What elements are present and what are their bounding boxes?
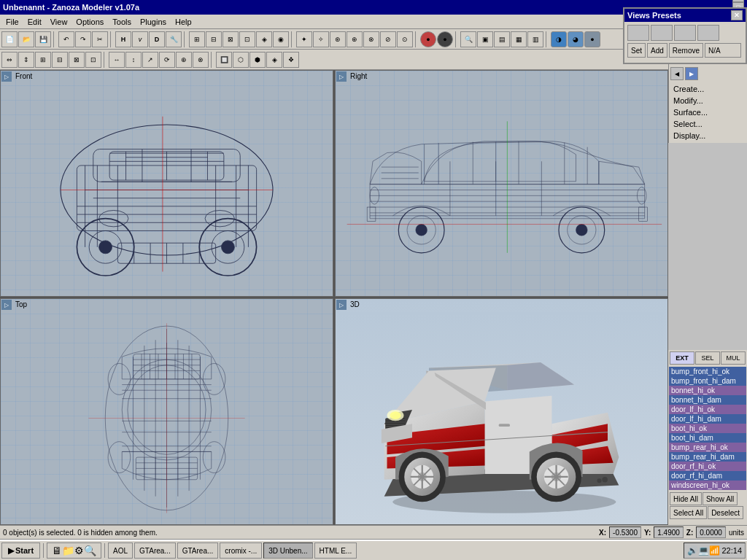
tb2-8[interactable]: ↕ bbox=[125, 52, 142, 68]
tb-save[interactable]: 💾 bbox=[35, 31, 51, 47]
tb-view4[interactable]: ▥ bbox=[527, 31, 543, 47]
preset-slot-1[interactable] bbox=[627, 25, 649, 41]
list-item[interactable]: door_rf_hi_dam bbox=[669, 471, 746, 481]
tb2-10[interactable]: ⟳ bbox=[159, 52, 175, 68]
tb-h[interactable]: H bbox=[115, 31, 131, 47]
top-corner-btn[interactable]: ▷ bbox=[1, 300, 12, 310]
tb-shading1[interactable]: ◑ bbox=[551, 31, 567, 47]
presets-add-btn[interactable]: Add bbox=[647, 43, 667, 58]
list-item[interactable]: bump_front_hi_dam bbox=[669, 376, 746, 386]
select-all-btn[interactable]: Select All bbox=[670, 506, 707, 519]
tb-redo[interactable]: ↷ bbox=[75, 31, 91, 47]
side-surface[interactable]: Surface... bbox=[670, 106, 746, 118]
mul-btn[interactable]: MUL bbox=[721, 351, 746, 365]
list-item[interactable]: boot_hi_ok bbox=[669, 424, 746, 433]
viewport-top[interactable]: ▷ Top bbox=[0, 298, 333, 525]
tb-new[interactable]: 📄 bbox=[1, 31, 18, 47]
tb-open[interactable]: 📂 bbox=[18, 31, 34, 47]
tb2-6[interactable]: ⊡ bbox=[85, 52, 101, 68]
tb2-12[interactable]: ⊗ bbox=[193, 52, 209, 68]
front-corner-btn[interactable]: ▷ bbox=[1, 71, 12, 82]
menu-help[interactable]: Help bbox=[171, 16, 196, 28]
ext-btn[interactable]: EXT bbox=[670, 351, 694, 365]
right-corner-btn[interactable]: ▷ bbox=[336, 71, 347, 82]
tb2-7[interactable]: ↔ bbox=[109, 52, 125, 68]
tb2-3[interactable]: ⊞ bbox=[35, 52, 51, 68]
list-item[interactable]: windscreen_hi_ok bbox=[669, 481, 746, 490]
tb-d[interactable]: D bbox=[149, 31, 165, 47]
taskbar-html[interactable]: HTML E... bbox=[314, 542, 357, 559]
tb-tool2[interactable]: ⊟ bbox=[206, 31, 222, 47]
tb-render1[interactable]: ● bbox=[420, 31, 436, 47]
tb2-13[interactable]: 🔲 bbox=[216, 52, 232, 68]
side-create[interactable]: Create... bbox=[670, 83, 746, 95]
tb2-11[interactable]: ⊕ bbox=[176, 52, 192, 68]
tb-select4[interactable]: ⊕ bbox=[347, 31, 363, 47]
side-display[interactable]: Display... bbox=[670, 130, 746, 141]
preset-slot-4[interactable] bbox=[697, 25, 719, 41]
tb2-4[interactable]: ⊟ bbox=[52, 52, 68, 68]
tb2-16[interactable]: ◈ bbox=[266, 52, 282, 68]
taskbar-gtarea2[interactable]: GTArea... bbox=[177, 542, 219, 559]
tb2-5[interactable]: ⊠ bbox=[69, 52, 85, 68]
show-all-btn[interactable]: Show All bbox=[703, 492, 738, 505]
tb-cut[interactable]: ✂ bbox=[92, 31, 108, 47]
side-modify[interactable]: Modify... bbox=[670, 95, 746, 106]
tb2-2[interactable]: ⇕ bbox=[18, 52, 34, 68]
views-presets-close[interactable]: ✕ bbox=[731, 10, 743, 20]
preset-slot-2[interactable] bbox=[651, 25, 673, 41]
tb2-14[interactable]: ⬡ bbox=[233, 52, 249, 68]
tb-tool4[interactable]: ⊡ bbox=[239, 31, 255, 47]
taskbar-3d[interactable]: 3D Unben... bbox=[263, 542, 312, 559]
tb2-1[interactable]: ⇔ bbox=[1, 52, 18, 68]
presets-na-field[interactable] bbox=[705, 43, 741, 58]
tb2-17[interactable]: ❖ bbox=[283, 52, 299, 68]
tb-select1[interactable]: ✦ bbox=[296, 31, 312, 47]
viewport-front[interactable]: ▷ Front bbox=[0, 70, 333, 297]
list-item[interactable]: bump_rear_hi_dam bbox=[669, 452, 746, 462]
tb-select3[interactable]: ⊛ bbox=[330, 31, 346, 47]
tb-select5[interactable]: ⊗ bbox=[363, 31, 379, 47]
viewport-3d[interactable]: ▷ 3D bbox=[335, 298, 668, 525]
side-select[interactable]: Select... bbox=[670, 118, 746, 130]
tb-tool3[interactable]: ⊠ bbox=[222, 31, 239, 47]
menu-edit[interactable]: Edit bbox=[23, 16, 46, 28]
list-item[interactable]: bonnet_hi_dam bbox=[669, 395, 746, 405]
tb-zoom[interactable]: 🔍 bbox=[460, 31, 476, 47]
list-item[interactable]: bump_rear_hi_ok bbox=[669, 443, 746, 452]
taskbar-gtarea1[interactable]: GTArea... bbox=[134, 542, 176, 559]
tb-tool6[interactable]: ◉ bbox=[273, 31, 289, 47]
tb-select7[interactable]: ⊙ bbox=[397, 31, 413, 47]
list-item[interactable]: door_lf_hi_dam bbox=[669, 414, 746, 424]
tb-v[interactable]: v bbox=[132, 31, 148, 47]
menu-options[interactable]: Options bbox=[71, 16, 108, 28]
menu-plugins[interactable]: Plugins bbox=[136, 16, 171, 28]
deselect-btn[interactable]: Deselect bbox=[708, 506, 743, 519]
tb-shading3[interactable]: ● bbox=[584, 31, 600, 47]
list-item[interactable]: bump_front_hi_ok bbox=[669, 367, 746, 376]
list-item[interactable]: door_rf_hi_ok bbox=[669, 462, 746, 471]
taskbar-aol[interactable]: AOL bbox=[108, 542, 133, 559]
tb-magnet[interactable]: 🔧 bbox=[166, 31, 182, 47]
presets-remove-btn[interactable]: Remove bbox=[669, 43, 703, 58]
list-item[interactable]: door_lf_hi_ok bbox=[669, 405, 746, 414]
views-presets-title[interactable]: Views Presets ✕ bbox=[624, 9, 746, 22]
list-item[interactable]: boot_hi_dam bbox=[669, 433, 746, 443]
tb-view1[interactable]: ▣ bbox=[477, 31, 493, 47]
hide-all-btn[interactable]: Hide All bbox=[670, 492, 702, 505]
tb-view2[interactable]: ▤ bbox=[494, 31, 510, 47]
tb-tool1[interactable]: ⊞ bbox=[189, 31, 205, 47]
tb-select6[interactable]: ⊘ bbox=[380, 31, 396, 47]
menu-file[interactable]: File bbox=[1, 16, 23, 28]
tb2-9[interactable]: ↗ bbox=[142, 52, 158, 68]
tb-undo[interactable]: ↶ bbox=[58, 31, 74, 47]
object-list[interactable]: bump_front_hi_ok bump_front_hi_dam bonne… bbox=[669, 367, 746, 490]
menu-view[interactable]: View bbox=[46, 16, 72, 28]
taskbar-icons[interactable]: 🖥📁⚙🔍 bbox=[47, 542, 101, 559]
start-button[interactable]: ▶ Start bbox=[1, 542, 40, 559]
taskbar-cromix[interactable]: cromix -... bbox=[220, 542, 262, 559]
tb-tool5[interactable]: ◈ bbox=[256, 31, 272, 47]
list-item[interactable]: bonnet_hi_ok bbox=[669, 386, 746, 395]
side-icon-3[interactable]: ◀ bbox=[670, 67, 684, 80]
tb-select2[interactable]: ✧ bbox=[313, 31, 329, 47]
